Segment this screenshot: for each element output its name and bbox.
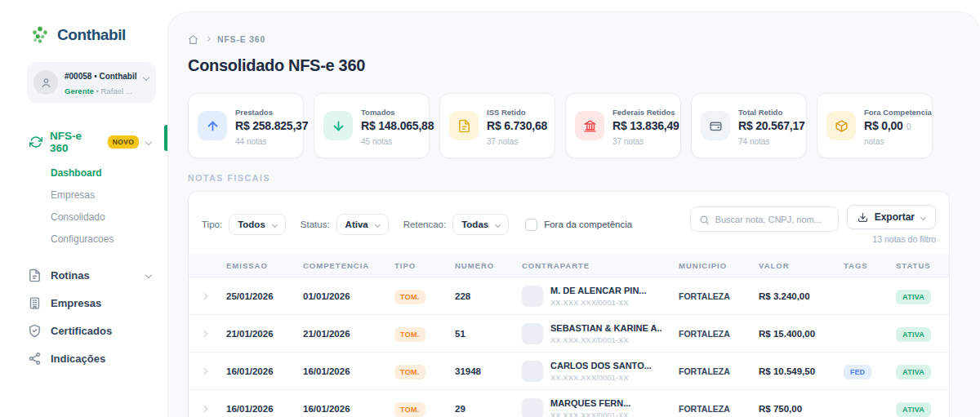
cell-municipio: FORTALEZA <box>672 366 752 376</box>
export-button[interactable]: Exportar <box>847 205 936 229</box>
export-area: Exportar 13 notas do filtro <box>847 205 936 244</box>
home-icon[interactable] <box>188 33 198 44</box>
cell-municipio: FORTALEZA <box>672 291 752 301</box>
stat-card-tomados: Tomados R$ 148.065,88 45 notas <box>314 93 430 158</box>
sidebar-item-empresas-sub[interactable]: Empresas <box>51 189 167 201</box>
breadcrumb-current[interactable]: NFS-E 360 <box>217 34 265 44</box>
stat-label: Fora Competencia <box>864 108 932 117</box>
account-code: #00058 • Conthabil <box>65 72 137 81</box>
stat-label: Total Retido <box>738 108 782 117</box>
sidebar-item-nfse-360[interactable]: NFS-e 360 NOVO <box>0 122 167 162</box>
chevron-down-icon <box>272 221 278 227</box>
search-box[interactable] <box>690 206 839 232</box>
stat-value: R$ 0,00 <box>864 119 903 132</box>
tipo-badge: TOM. <box>394 402 425 417</box>
retencao-label: Retencao: <box>403 220 446 229</box>
tipo-select[interactable]: Todos <box>229 214 286 235</box>
checkbox-unchecked[interactable] <box>525 219 537 231</box>
contraparte-cnpj: XX.XXX.XXX/0001-XX <box>550 298 647 307</box>
row-expander[interactable] <box>189 406 220 411</box>
table-row[interactable]: 16/01/2026 16/01/2026 TOM. 29 MARQUES FE… <box>189 389 949 417</box>
stat-card-total-retido: Total Retido R$ 20.567,17 74 notas <box>691 93 807 158</box>
cell-tipo: TOM. <box>388 326 448 342</box>
brand-name: Conthabil <box>57 26 126 44</box>
retencao-select[interactable]: Todas <box>452 214 509 235</box>
user-name: • Rafael ... <box>96 87 132 95</box>
checkbox-label: Fora da competência <box>544 220 632 229</box>
filter-bar: Tipo: Todos Status: Ativa Retencao: Toda… <box>189 192 949 254</box>
brand-logo[interactable]: Conthabil <box>29 24 167 46</box>
bank-icon <box>575 111 604 140</box>
chevron-down-icon <box>495 221 501 227</box>
cell-valor: R$ 10.549,50 <box>752 366 837 376</box>
col-municipio: MUNICIPIO <box>672 261 752 270</box>
tipo-badge: TOM. <box>394 290 425 304</box>
tipo-value: Todos <box>238 220 265 229</box>
contraparte-name: SEBASTIAN & KARINE A... <box>550 323 662 333</box>
fed-badge: FED <box>844 365 871 379</box>
notas-fiscais-panel: Tipo: Todos Status: Ativa Retencao: Toda… <box>188 191 950 417</box>
row-expander[interactable] <box>189 294 220 299</box>
cell-numero: 31948 <box>448 366 515 376</box>
company-avatar <box>522 323 543 344</box>
sidebar-item-label: Certificados <box>51 325 112 337</box>
col-competencia: COMPETENCIA <box>296 261 388 270</box>
sidebar-item-indicacoes[interactable]: Indicações <box>0 344 167 372</box>
sidebar-item-rotinas[interactable]: Rotinas <box>0 261 167 289</box>
stat-notes-count: 44 notas <box>235 137 266 146</box>
fora-competencia-checkbox-group[interactable]: Fora da competência <box>525 219 632 231</box>
status-select[interactable]: Ativa <box>336 214 389 235</box>
table-row[interactable]: 21/01/2026 21/01/2026 TOM. 51 SEBASTIAN … <box>189 314 949 352</box>
sidebar-item-consolidado[interactable]: Consolidado <box>51 211 167 223</box>
company-avatar <box>522 398 543 417</box>
user-info: #00058 • Conthabil Gerente • Rafael ... <box>65 68 149 97</box>
page-title: Consolidado NFS-e 360 <box>188 56 980 75</box>
retencao-value: Todas <box>461 220 488 229</box>
nfse-submenu: Dashboard Empresas Consolidado Configura… <box>51 167 167 245</box>
chevron-down-icon <box>920 214 926 220</box>
contraparte-cnpj: XX.XXX.XXX/0001-XX <box>550 373 652 382</box>
table-header: EMISSAO COMPETENCIA TIPO NUMERO CONTRAPA… <box>189 254 949 277</box>
arrow-up-icon <box>198 111 227 140</box>
sidebar-item-empresas[interactable]: Empresas <box>0 289 167 317</box>
sidebar-item-configuracoes[interactable]: Configuracoes <box>51 233 167 245</box>
status-badge: ATIVA <box>896 402 931 417</box>
stat-label: ISS Retido <box>487 108 526 117</box>
cell-status: ATIVA <box>889 288 951 304</box>
user-role: Gerente <box>65 87 94 95</box>
search-input[interactable] <box>715 215 830 224</box>
cell-municipio: FORTALEZA <box>672 329 752 339</box>
stat-card-iss-retido: ISS Retido R$ 6.730,68 37 notas <box>439 93 555 158</box>
account-switcher[interactable]: #00058 • Conthabil Gerente • Rafael ... <box>27 62 156 103</box>
stats-row: Prestados R$ 258.825,37 44 notas Tomados… <box>188 93 933 158</box>
table-row[interactable]: 25/01/2026 01/01/2026 TOM. 228 M. DE ALE… <box>189 277 949 314</box>
stat-notes-count: 74 notas <box>738 137 769 146</box>
user-avatar-icon <box>33 70 58 95</box>
stat-card-fora-competencia: Fora Competencia R$ 0,00 0 notas <box>817 93 933 158</box>
cell-competencia: 01/01/2026 <box>296 291 388 301</box>
cell-emissao: 16/01/2026 <box>220 404 296 414</box>
contraparte-name: M. DE ALENCAR PIN... <box>550 286 647 295</box>
contraparte-cnpj: XX.XXX.XXX/0001-XX <box>550 335 662 344</box>
breadcrumb: NFS-E 360 <box>188 33 980 44</box>
row-expander[interactable] <box>189 331 220 336</box>
col-tipo: TIPO <box>388 261 448 270</box>
row-expander[interactable] <box>189 369 220 374</box>
document-icon <box>449 111 479 140</box>
status-badge: ATIVA <box>896 365 931 379</box>
conthabil-logo-icon <box>29 24 51 46</box>
table-row[interactable]: 16/01/2026 16/01/2026 TOM. 31948 CARLOS … <box>189 352 949 389</box>
cell-status: ATIVA <box>889 326 951 342</box>
chevron-right-icon <box>201 405 207 411</box>
cell-status: ATIVA <box>889 401 951 417</box>
col-status: STATUS <box>889 261 951 270</box>
sidebar-item-certificados[interactable]: Certificados <box>0 317 167 344</box>
section-label: NOTAS FISCAIS <box>188 173 980 183</box>
status-value: Ativa <box>345 220 368 229</box>
cell-municipio: FORTALEZA <box>672 404 752 414</box>
stat-label: Prestados <box>235 108 273 117</box>
stat-card-prestados: Prestados R$ 258.825,37 44 notas <box>188 93 304 158</box>
chevron-right-icon <box>201 292 207 299</box>
sidebar-item-dashboard[interactable]: Dashboard <box>51 167 167 179</box>
company-avatar <box>522 361 543 382</box>
